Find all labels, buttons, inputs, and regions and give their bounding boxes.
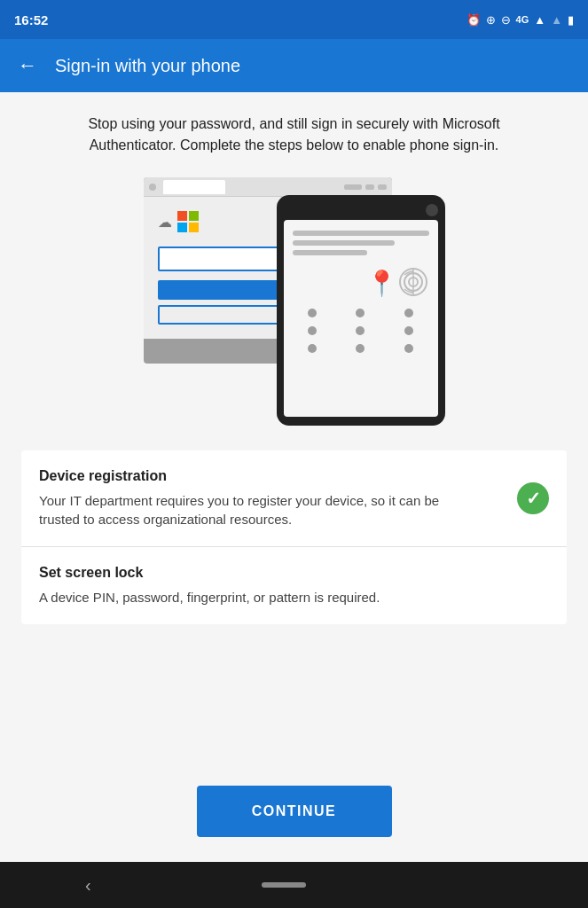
alarm-icon: ⏰ — [466, 13, 481, 27]
pin-dot-2 — [356, 309, 365, 317]
continue-button[interactable]: CONTINUE — [197, 786, 392, 837]
phone-text-line-2 — [293, 240, 396, 246]
step-screen-lock: Set screen lock A device PIN, password, … — [21, 546, 567, 624]
pin-dot-4 — [308, 326, 317, 335]
bottom-nav: ‹ — [0, 862, 588, 908]
illustration: ☁ — [144, 177, 445, 426]
browser-dot-1 — [149, 184, 156, 191]
pin-dot-6 — [404, 326, 413, 335]
browser-control — [378, 184, 387, 190]
browser-bar — [144, 177, 392, 197]
nav-back-button[interactable]: ‹ — [85, 875, 91, 896]
back-button[interactable]: ← — [14, 51, 41, 81]
page-title: Sign-in with your phone — [55, 56, 240, 76]
phone-text-lines — [293, 231, 429, 255]
step-1-description: Your IT department requires you to regis… — [39, 491, 465, 528]
pin-dot-8 — [356, 344, 365, 353]
step-device-registration: Device registration Your IT department r… — [21, 450, 567, 546]
app-bar: ← Sign-in with your phone — [0, 39, 588, 92]
fingerprint-icon: 📍 — [366, 269, 397, 298]
fingerprint-svg — [397, 266, 429, 298]
phone-text-line-3 — [293, 250, 368, 255]
step-1-header: Device registration — [39, 468, 549, 484]
main-content: Stop using your password, and still sign… — [0, 92, 588, 764]
status-time: 16:52 — [14, 12, 48, 27]
status-icons: ⏰ ⊕ ⊖ 4G ▲ ▲ ▮ — [466, 13, 574, 27]
phone-illustration: 📍 — [277, 195, 445, 426]
browser-control — [365, 184, 374, 190]
pin-dot-7 — [308, 344, 317, 353]
browser-tab — [163, 180, 225, 194]
ms-square-yellow — [189, 223, 199, 232]
ms-square-green — [189, 211, 199, 221]
main-description: Stop using your password, and still sign… — [46, 114, 543, 156]
4g-icon: 4G — [516, 14, 529, 25]
pin-dot-5 — [356, 326, 365, 335]
ms-logo — [177, 211, 199, 232]
compass-icon: ⊕ — [486, 13, 496, 27]
step-2-header: Set screen lock — [39, 565, 549, 581]
steps-section: Device registration Your IT department r… — [21, 450, 567, 624]
status-bar: 16:52 ⏰ ⊕ ⊖ 4G ▲ ▲ ▮ — [0, 0, 588, 39]
battery-icon: ▮ — [568, 13, 574, 27]
pin-dot-1 — [308, 309, 317, 317]
phone-camera — [426, 204, 438, 216]
cloud-icon: ☁ — [158, 214, 172, 231]
continue-section: CONTINUE — [0, 764, 588, 862]
phone-screen: 📍 — [284, 220, 438, 417]
phone-pin-dots — [293, 309, 429, 353]
phone-text-line-1 — [293, 231, 429, 236]
step-2-description: A device PIN, password, fingerprint, or … — [39, 588, 465, 607]
step-1-checkmark: ✓ — [517, 482, 549, 514]
signal-partial-icon: ▲ — [551, 13, 562, 27]
ms-square-red — [177, 211, 187, 221]
pin-dot-9 — [404, 344, 413, 353]
minus-circle-icon: ⊖ — [501, 13, 511, 27]
pin-dot-3 — [404, 309, 413, 317]
ms-square-blue — [177, 223, 187, 232]
browser-control — [344, 184, 362, 190]
nav-home-pill[interactable] — [262, 882, 306, 888]
signal-full-icon: ▲ — [534, 13, 545, 27]
